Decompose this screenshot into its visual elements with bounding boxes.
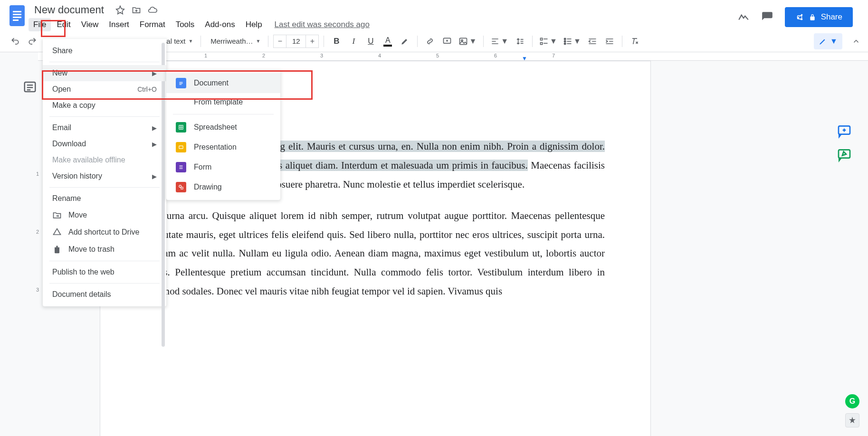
caret-down-icon: ▼: [256, 38, 260, 44]
line-spacing-button[interactable]: [512, 34, 527, 49]
comment-actions: [837, 123, 852, 162]
file-menu-open[interactable]: OpenCtrl+O: [43, 81, 166, 97]
file-menu-details[interactable]: Document details: [43, 286, 166, 303]
file-menu-publish[interactable]: Publish to the web: [43, 264, 166, 280]
menu-file[interactable]: File: [29, 18, 51, 31]
trash-icon: [52, 245, 62, 254]
file-menu-add-shortcut[interactable]: Add shortcut to Drive: [43, 224, 166, 241]
file-menu-share[interactable]: Share: [43, 43, 166, 59]
insert-image-button[interactable]: ▼: [457, 34, 478, 49]
insert-link-button[interactable]: [422, 34, 438, 49]
collapse-toolbar-button[interactable]: [852, 37, 860, 46]
font-size-input[interactable]: [286, 35, 305, 48]
svg-point-13: [564, 43, 565, 44]
menu-tools[interactable]: Tools: [171, 18, 200, 31]
text-color-button[interactable]: A: [380, 34, 395, 49]
docs-app-icon: [176, 78, 186, 88]
slides-app-icon: [176, 142, 186, 152]
explore-button[interactable]: [845, 413, 859, 427]
new-presentation[interactable]: Presentation: [166, 137, 280, 157]
menu-view[interactable]: View: [76, 18, 104, 31]
vertical-ruler: 1 2 3: [30, 57, 38, 436]
file-menu-download[interactable]: Download▶: [43, 136, 166, 152]
suggest-edit-icon[interactable]: [837, 147, 852, 162]
menu-edit[interactable]: Edit: [52, 18, 75, 31]
font-family-dropdown[interactable]: Merriweath… ▼: [206, 37, 263, 45]
menu-addons[interactable]: Add-ons: [200, 18, 239, 31]
share-button[interactable]: Share: [785, 7, 853, 27]
new-spreadsheet[interactable]: Spreadsheet: [166, 117, 280, 137]
redo-button[interactable]: [25, 34, 40, 49]
cloud-status-icon[interactable]: [148, 5, 157, 15]
svg-point-11: [564, 38, 565, 39]
svg-rect-17: [180, 82, 183, 83]
file-menu-new[interactable]: New▶: [43, 65, 166, 81]
indent-button[interactable]: [602, 34, 617, 49]
svg-point-12: [564, 40, 565, 42]
comments-icon[interactable]: [761, 11, 773, 23]
file-menu-offline: Make available offline: [43, 152, 166, 168]
svg-rect-9: [541, 38, 543, 40]
forms-app-icon: [176, 162, 186, 172]
activity-icon[interactable]: [737, 11, 750, 23]
svg-rect-16: [839, 150, 850, 158]
move-folder-icon[interactable]: [132, 5, 141, 15]
editing-mode-dropdown[interactable]: ▼: [814, 33, 842, 49]
italic-button[interactable]: I: [346, 34, 361, 49]
left-gutter: 1 2 3: [0, 52, 38, 436]
sheets-app-icon: [176, 122, 186, 133]
file-menu-dropdown: Share New▶ OpenCtrl+O Make a copy Email▶…: [43, 39, 166, 306]
font-size-decrease[interactable]: −: [273, 35, 286, 48]
chevron-right-icon: ▶: [152, 141, 157, 148]
lock-icon: [809, 13, 816, 21]
new-drawing[interactable]: Drawing: [166, 177, 280, 197]
menu-help[interactable]: Help: [241, 18, 267, 31]
font-size-control: − +: [273, 35, 319, 48]
share-label: Share: [821, 12, 842, 22]
new-form[interactable]: Form: [166, 157, 280, 177]
move-icon: [52, 210, 62, 220]
new-from-template[interactable]: From template: [166, 93, 280, 111]
font-size-increase[interactable]: +: [305, 35, 319, 48]
chevron-right-icon: ▶: [152, 70, 157, 77]
svg-rect-2: [13, 14, 21, 15]
file-menu-email[interactable]: Email▶: [43, 120, 166, 136]
menu-insert[interactable]: Insert: [104, 18, 134, 31]
docs-logo-icon[interactable]: [8, 3, 27, 28]
file-menu-trash[interactable]: Move to trash: [43, 241, 166, 258]
svg-rect-7: [460, 38, 467, 44]
add-comment-icon[interactable]: [837, 123, 852, 139]
drawings-app-icon: [176, 182, 186, 192]
file-menu-move[interactable]: Move: [43, 207, 166, 224]
svg-rect-4: [13, 19, 19, 21]
file-menu-rename[interactable]: Rename: [43, 190, 166, 207]
menu-format[interactable]: Format: [135, 18, 170, 31]
new-submenu: Document From template Spreadsheet Prese…: [166, 70, 280, 200]
svg-rect-0: [10, 5, 25, 26]
undo-button[interactable]: [8, 34, 23, 49]
caret-down-icon: ▼: [830, 37, 838, 46]
bold-button[interactable]: B: [329, 34, 344, 49]
bullet-list-button[interactable]: ▼: [561, 34, 583, 49]
svg-rect-1: [13, 11, 21, 12]
chevron-right-icon: ▶: [152, 124, 157, 132]
highlight-button[interactable]: [397, 34, 412, 49]
insert-comment-button[interactable]: [439, 34, 455, 49]
clear-formatting-button[interactable]: [627, 34, 642, 49]
paragraph-2[interactable]: In a urna arcu. Quisque aliquet lorem id…: [146, 207, 605, 301]
grammarly-icon[interactable]: G: [845, 394, 859, 408]
caret-down-icon: ▼: [188, 38, 193, 44]
outdent-button[interactable]: [585, 34, 600, 49]
align-button[interactable]: ▼: [488, 34, 510, 49]
svg-rect-21: [179, 146, 183, 149]
svg-rect-23: [181, 187, 183, 189]
document-title[interactable]: New document: [31, 3, 107, 17]
new-document[interactable]: Document: [166, 73, 280, 93]
checklist-button[interactable]: ▼: [537, 34, 559, 49]
file-menu-make-copy[interactable]: Make a copy: [43, 97, 166, 114]
svg-rect-3: [13, 17, 21, 18]
last-edit-link[interactable]: Last edit was seconds ago: [275, 20, 370, 29]
underline-button[interactable]: U: [363, 34, 378, 49]
file-menu-version-history[interactable]: Version history▶: [43, 168, 166, 184]
star-icon[interactable]: [115, 5, 125, 15]
